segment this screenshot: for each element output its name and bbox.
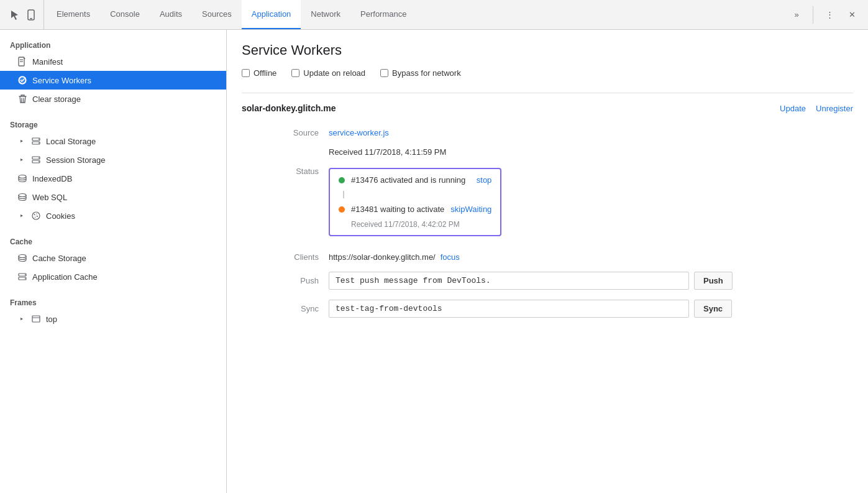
offline-checkbox[interactable]	[242, 69, 250, 77]
indexeddb-label: IndexedDB	[32, 174, 72, 183]
sidebar-item-top[interactable]: top	[0, 310, 226, 328]
tab-bar: Elements Console Audits Sources Applicat…	[0, 0, 868, 30]
app-section-header: Application	[0, 35, 226, 52]
app-cache-icon	[17, 272, 27, 282]
push-label: Push	[279, 276, 329, 285]
push-button[interactable]: Push	[694, 272, 733, 290]
sidebar-item-service-workers[interactable]: Service Workers	[0, 71, 226, 90]
toolbar-icons	[2, 0, 44, 29]
tab-console[interactable]: Console	[100, 0, 150, 29]
svg-point-13	[39, 157, 40, 159]
sidebar-item-local-storage[interactable]: Local Storage	[0, 132, 226, 150]
sidebar-item-cookies[interactable]: Cookies	[0, 206, 226, 225]
site-action-links: Update Unregister	[780, 104, 853, 113]
clients-url: https://solar-donkey.glitch.me/	[329, 252, 436, 262]
tab-audits[interactable]: Audits	[150, 0, 192, 29]
stop-link[interactable]: stop	[477, 175, 492, 185]
divider-1	[242, 93, 853, 93]
svg-point-21	[35, 217, 35, 218]
tab-application[interactable]: Application	[242, 0, 301, 29]
cache-storage-icon	[17, 253, 27, 263]
bypass-for-network-checkbox-label[interactable]: Bypass for network	[380, 68, 461, 78]
session-storage-icon	[31, 155, 41, 165]
web-sql-label: Web SQL	[32, 193, 67, 202]
unregister-link[interactable]: Unregister	[816, 104, 853, 113]
service-workers-icon	[17, 75, 27, 85]
svg-rect-1	[30, 18, 32, 19]
svg-point-6	[21, 78, 24, 82]
svg-point-23	[19, 255, 26, 258]
received-label	[279, 142, 329, 162]
main-area: Application Manifest	[0, 30, 868, 493]
status-waiting-line: #13481 waiting to activate skipWaiting	[339, 205, 491, 214]
sidebar-item-indexeddb[interactable]: IndexedDB	[0, 169, 226, 188]
sync-row: Sync Sync	[242, 300, 853, 318]
source-value: service-worker.js	[329, 123, 853, 142]
status-waiting-dot	[339, 206, 345, 213]
local-storage-label: Local Storage	[46, 137, 96, 146]
more-tabs-button[interactable]: »	[788, 6, 805, 24]
sidebar-item-cache-storage[interactable]: Cache Storage	[0, 249, 226, 267]
menu-button[interactable]: ⋮	[821, 6, 838, 24]
source-label: Source	[279, 123, 329, 142]
local-storage-icon	[31, 136, 41, 146]
svg-point-26	[25, 274, 26, 275]
cookies-icon	[31, 211, 41, 221]
skip-waiting-link[interactable]: skipWaiting	[450, 205, 491, 214]
sync-button[interactable]: Sync	[694, 300, 732, 318]
clients-label: Clients	[279, 252, 329, 262]
site-domain-row: solar-donkey.glitch.me Update Unregister	[242, 103, 853, 113]
cache-section-header: Cache	[0, 231, 226, 249]
status-box-container: #13476 activated and is running stop	[329, 162, 853, 242]
status-running-dot	[339, 177, 345, 183]
bypass-for-network-checkbox[interactable]	[380, 69, 388, 77]
svg-point-19	[36, 213, 37, 214]
tab-network[interactable]: Network	[301, 0, 350, 29]
tab-performance[interactable]: Performance	[350, 0, 416, 29]
sync-input[interactable]	[329, 300, 689, 318]
tab-sources[interactable]: Sources	[192, 0, 242, 29]
connector	[339, 191, 491, 198]
site-section: solar-donkey.glitch.me Update Unregister…	[242, 103, 853, 242]
status-running-line: #13476 activated and is running stop	[339, 175, 491, 185]
frames-section-header: Frames	[0, 292, 226, 310]
push-input[interactable]	[329, 272, 689, 290]
push-row: Push Push	[242, 272, 853, 290]
clients-content: https://solar-donkey.glitch.me/ focus	[329, 252, 853, 262]
expand-top-icon	[17, 315, 26, 323]
top-frame-icon	[31, 314, 41, 324]
svg-rect-28	[32, 316, 40, 322]
sidebar-item-clear-storage[interactable]: Clear storage	[0, 90, 226, 108]
tab-elements[interactable]: Elements	[47, 0, 100, 29]
update-on-reload-checkbox-label[interactable]: Update on reload	[291, 68, 365, 78]
sidebar: Application Manifest	[0, 30, 227, 493]
svg-point-14	[39, 161, 40, 162]
update-on-reload-checkbox[interactable]	[291, 69, 299, 77]
clients-row: Clients https://solar-donkey.glitch.me/ …	[242, 252, 853, 262]
status-waiting-text: #13481 waiting to activate	[351, 205, 444, 214]
cursor-icon[interactable]	[9, 9, 21, 21]
sidebar-item-session-storage[interactable]: Session Storage	[0, 150, 226, 169]
focus-link[interactable]: focus	[441, 252, 460, 262]
app-cache-label: Application Cache	[32, 272, 98, 282]
offline-checkbox-label[interactable]: Offline	[242, 68, 276, 78]
tab-bar-more: » ⋮ ✕	[788, 6, 866, 24]
expand-cookies-icon	[17, 211, 26, 220]
mobile-icon[interactable]	[25, 9, 37, 21]
sidebar-item-manifest[interactable]: Manifest	[0, 52, 226, 71]
options-row: Offline Update on reload Bypass for netw…	[242, 68, 853, 78]
sidebar-item-app-cache[interactable]: Application Cache	[0, 267, 226, 286]
source-link[interactable]: service-worker.js	[329, 128, 389, 137]
sync-content: Sync	[329, 300, 853, 318]
clear-storage-icon	[17, 94, 27, 104]
sidebar-item-web-sql[interactable]: Web SQL	[0, 188, 226, 206]
status-box: #13476 activated and is running stop	[329, 168, 501, 236]
svg-point-18	[34, 214, 35, 215]
update-link[interactable]: Update	[780, 104, 806, 113]
service-workers-label: Service Workers	[32, 76, 91, 85]
indexeddb-icon	[17, 173, 27, 183]
manifest-icon	[17, 57, 27, 67]
svg-point-9	[39, 139, 40, 140]
svg-point-10	[39, 142, 40, 144]
close-button[interactable]: ✕	[843, 6, 861, 24]
